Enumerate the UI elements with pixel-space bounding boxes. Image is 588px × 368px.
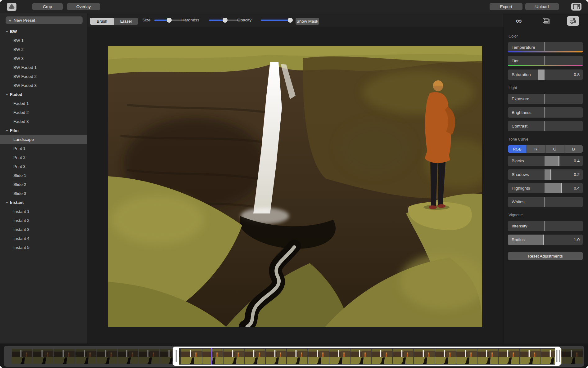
tool-brush[interactable]: Brush: [90, 18, 114, 25]
preset-item-bw-3[interactable]: BW 3: [0, 54, 87, 63]
channel-rgb[interactable]: RGB: [508, 145, 527, 153]
gradient-strip-tint: [508, 65, 583, 66]
slider-hardness[interactable]: [209, 20, 240, 21]
export-button[interactable]: Export: [490, 3, 522, 10]
upload-button[interactable]: Upload: [525, 3, 559, 10]
preset-item-faded-1[interactable]: Faded 1: [0, 99, 87, 108]
preset-item-instant-5[interactable]: Instant 5: [0, 243, 87, 252]
preset-item-landscape[interactable]: Landscape: [0, 135, 87, 144]
brush-eraser-toggle[interactable]: BrushEraser: [90, 18, 138, 25]
brush-toolbar: BrushEraser SizeHardnessOpacity Show Mas…: [88, 13, 504, 27]
filmstrip-thumbnail[interactable]: [97, 349, 117, 364]
preset-group-faded[interactable]: ▼Faded: [0, 90, 87, 99]
filmstrip-thumbnail[interactable]: [54, 349, 75, 364]
photos-tab[interactable]: [540, 16, 552, 26]
preset-item-bw-faded-3[interactable]: BW Faded 3: [0, 81, 87, 90]
filmstrip-thumbnail[interactable]: [562, 349, 583, 364]
app-logo-icon[interactable]: [7, 3, 16, 11]
adjust-row-exposure[interactable]: Exposure: [508, 94, 583, 104]
filmstrip-thumbnail[interactable]: [75, 349, 96, 364]
preset-item-instant-2[interactable]: Instant 2: [0, 216, 87, 225]
preset-item-bw-2[interactable]: BW 2: [0, 45, 87, 54]
slider-handle-hardness[interactable]: [223, 18, 228, 23]
adjust-value: 1.0: [574, 235, 580, 245]
photo-canvas[interactable]: [108, 46, 482, 327]
slider-fill[interactable]: [545, 169, 551, 180]
slider-center-line: [545, 221, 545, 231]
preset-item-slide-2[interactable]: Slide 2: [0, 180, 87, 189]
preset-item-print-2[interactable]: Print 2: [0, 153, 87, 162]
section-title-color: Color: [509, 34, 583, 38]
adjust-row-temperature[interactable]: Temperature: [508, 42, 583, 52]
adjust-row-whites[interactable]: Whites: [508, 197, 583, 207]
preset-item-print-3[interactable]: Print 3: [0, 162, 87, 171]
slider-handle-size[interactable]: [167, 18, 172, 23]
loops-tab[interactable]: ∞: [513, 16, 525, 26]
adjust-row-blacks[interactable]: Blacks0.4: [508, 156, 583, 166]
preset-item-faded-3[interactable]: Faded 3: [0, 117, 87, 126]
channel-g[interactable]: G: [545, 145, 564, 153]
app-window: Crop Overlay Export Upload + New Preset …: [0, 0, 588, 368]
slider-label-size: Size: [133, 13, 151, 27]
preset-item-slide-1[interactable]: Slide 1: [0, 171, 87, 180]
slider-label-hardness: Hardness: [179, 13, 199, 27]
disclosure-triangle-icon[interactable]: ▼: [6, 30, 10, 33]
preset-group-label: Faded: [10, 92, 22, 97]
preset-item-bw-1[interactable]: BW 1: [0, 36, 87, 45]
filmstrip-thumbnail[interactable]: [139, 349, 159, 364]
new-preset-button[interactable]: + New Preset: [6, 16, 83, 24]
preset-item-faded-2[interactable]: Faded 2: [0, 108, 87, 117]
adjust-row-shadows[interactable]: Shadows0.2: [508, 169, 583, 180]
filmstrip-thumbnail[interactable]: [33, 349, 53, 364]
filmstrip-thumbnail[interactable]: [12, 349, 32, 364]
adjust-row-radius[interactable]: Radius1.0: [508, 235, 583, 245]
filmstrip-thumbnail[interactable]: [118, 349, 138, 364]
crop-button[interactable]: Crop: [32, 3, 63, 10]
photos-icon: [542, 18, 550, 24]
adjust-row-brightness[interactable]: Brightness: [508, 107, 583, 118]
infinity-icon: ∞: [516, 18, 522, 24]
sidebar-toggle-button[interactable]: [571, 3, 581, 11]
slider-fill[interactable]: [545, 156, 559, 166]
color-blend-icon: [8, 4, 15, 10]
adjust-row-contrast[interactable]: Contrast: [508, 121, 583, 131]
preset-group-bw[interactable]: ▼BW: [0, 27, 87, 36]
adjust-value: 0.8: [574, 70, 580, 80]
disclosure-triangle-icon[interactable]: ▼: [6, 129, 10, 132]
adjust-row-saturation[interactable]: Saturation0.8: [508, 70, 583, 80]
preset-group-film[interactable]: ▼Film: [0, 126, 87, 135]
adjust-row-intensity[interactable]: Intensity: [508, 221, 583, 231]
show-mask-button[interactable]: Show Mask: [296, 18, 319, 25]
preset-item-instant-4[interactable]: Instant 4: [0, 234, 87, 243]
adjust-label: Shadows: [512, 169, 529, 180]
preset-group-instant[interactable]: ▼Instant: [0, 198, 87, 207]
trim-handle-left[interactable]: [173, 347, 179, 366]
slider-handle-block[interactable]: [538, 70, 545, 80]
adjust-row-tint[interactable]: Tint: [508, 56, 583, 66]
reset-adjustments-button[interactable]: Reset Adjustments: [508, 252, 583, 260]
slider-handle-opacity[interactable]: [288, 18, 293, 23]
slider-opacity[interactable]: [261, 20, 292, 21]
slider-fill[interactable]: [545, 183, 562, 193]
adjustments-tab[interactable]: [567, 16, 579, 26]
channel-r[interactable]: R: [527, 145, 545, 153]
preset-sidebar: + New Preset ▼BWBW 1BW 2BW 3BW Faded 1BW…: [0, 13, 87, 343]
preset-item-bw-faded-1[interactable]: BW Faded 1: [0, 63, 87, 72]
channel-b[interactable]: B: [564, 145, 583, 153]
preset-item-instant-3[interactable]: Instant 3: [0, 225, 87, 234]
preset-item-print-1[interactable]: Print 1: [0, 144, 87, 153]
adjust-label: Brightness: [512, 107, 531, 118]
trim-selection[interactable]: [173, 347, 561, 366]
disclosure-triangle-icon[interactable]: ▼: [6, 93, 10, 96]
disclosure-triangle-icon[interactable]: ▼: [6, 201, 10, 204]
preset-item-instant-1[interactable]: Instant 1: [0, 207, 87, 216]
preset-item-slide-3[interactable]: Slide 3: [0, 189, 87, 198]
preset-item-bw-faded-2[interactable]: BW Faded 2: [0, 72, 87, 81]
adjust-label: Radius: [512, 235, 525, 245]
adjust-row-highlights[interactable]: Highlights0.4: [508, 183, 583, 193]
slider-center-line: [545, 94, 545, 104]
adjust-label: Contrast: [512, 121, 527, 131]
overlay-button[interactable]: Overlay: [67, 3, 100, 10]
trim-handle-right[interactable]: [555, 347, 561, 366]
top-toolbar: Crop Overlay Export Upload: [0, 0, 588, 13]
